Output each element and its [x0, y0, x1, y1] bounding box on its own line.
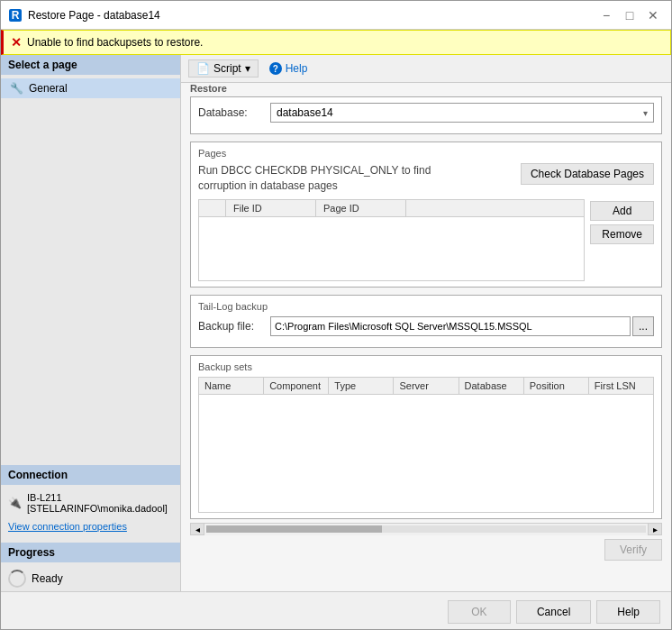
scroll-thumb	[206, 525, 382, 533]
right-panel: 📄 Script ▾ ? Help Restore Database:	[181, 55, 671, 591]
backup-file-label: Backup file:	[198, 320, 270, 333]
backup-file-input[interactable]	[270, 316, 631, 336]
remove-button[interactable]: Remove	[590, 224, 654, 244]
dropdown-arrow-icon: ▾	[643, 108, 648, 118]
help-icon: ?	[269, 62, 282, 75]
verify-row: Verify	[190, 535, 662, 562]
bottom-bar: OK Cancel Help	[1, 591, 671, 630]
verify-button[interactable]: Verify	[604, 539, 662, 561]
connection-server: IB-L211	[27, 492, 168, 503]
window-controls: − □ ✕	[595, 6, 664, 24]
database-value: database14	[277, 106, 333, 119]
backup-file-row: Backup file: ...	[198, 316, 654, 336]
pages-section: Pages Run DBCC CHECKDB PHYSICAL_ONLY to …	[190, 142, 662, 288]
svg-text:R: R	[12, 9, 20, 22]
add-button[interactable]: Add	[590, 201, 654, 221]
window-title: Restore Page - database14	[28, 9, 160, 22]
database-field-row: Database: database14 ▾	[198, 103, 654, 123]
tail-log-section: Tail-Log backup Backup file: ...	[190, 295, 662, 348]
connection-icon: 🔌	[8, 497, 22, 509]
input-browse: ...	[270, 316, 654, 336]
pages-table-body	[199, 217, 584, 280]
script-label: Script	[213, 62, 241, 75]
bth-type: Type	[329, 378, 394, 394]
help-button[interactable]: ? Help	[266, 60, 312, 77]
browse-button[interactable]: ...	[632, 316, 654, 336]
backup-sets-header: Name Component Type Server Database Posi…	[199, 378, 653, 395]
right-toolbar: 📄 Script ▾ ? Help	[181, 55, 671, 83]
script-button[interactable]: 📄 Script ▾	[188, 59, 259, 78]
database-control: database14 ▾	[270, 103, 654, 123]
connection-user: [STELLARINFO\monika.dadool]	[27, 503, 168, 514]
bth-name: Name	[199, 378, 264, 394]
nav-item-general[interactable]: 🔧 General	[1, 78, 180, 98]
spinner-icon	[8, 570, 26, 588]
progress-item: Ready	[1, 566, 180, 591]
nav-item-label: General	[29, 82, 68, 95]
help-bottom-button[interactable]: Help	[596, 600, 660, 624]
select-page-header: Select a page	[1, 55, 180, 75]
backup-file-control: ...	[270, 316, 654, 336]
scroll-left-button[interactable]: ◂	[190, 523, 204, 535]
bth-database: Database	[459, 378, 524, 394]
backup-sets-table: Name Component Type Server Database Posi…	[198, 377, 654, 513]
col-empty	[199, 200, 226, 216]
close-button[interactable]: ✕	[642, 6, 664, 24]
view-connection-properties-link[interactable]: View connection properties	[1, 517, 180, 535]
maximize-button[interactable]: □	[619, 6, 640, 24]
pages-description: Run DBCC CHECKDB PHYSICAL_ONLY to find c…	[198, 163, 513, 194]
pages-table: File ID Page ID	[198, 199, 585, 281]
error-bar: ✕ Unable to find backupsets to restore.	[1, 30, 671, 55]
tail-log-label: Tail-Log backup	[198, 301, 654, 312]
script-icon: 📄	[196, 62, 210, 75]
pages-desc-text: Run DBCC CHECKDB PHYSICAL_ONLY to find c…	[198, 164, 431, 192]
error-icon: ✕	[11, 35, 22, 50]
error-message: Unable to find backupsets to restore.	[27, 36, 203, 49]
database-dropdown[interactable]: database14 ▾	[270, 103, 654, 123]
title-bar: R Restore Page - database14 − □ ✕	[1, 1, 671, 30]
horizontal-scrollbar[interactable]: ◂ ▸	[190, 523, 662, 535]
check-database-pages-button[interactable]: Check Database Pages	[521, 163, 654, 185]
pages-table-header: File ID Page ID	[199, 200, 584, 217]
progress-status: Ready	[32, 572, 63, 585]
help-label: Help	[286, 62, 308, 75]
bth-position: Position	[524, 378, 589, 394]
backup-sets-label: Backup sets	[198, 361, 654, 372]
table-side-buttons: Add Remove	[590, 199, 654, 281]
connection-header: Connection	[1, 465, 180, 485]
bth-firstlsn: First LSN	[589, 378, 653, 394]
left-panel: Select a page 🔧 General Connection 🔌 IB-…	[1, 55, 181, 591]
database-label: Database:	[198, 106, 270, 119]
restore-section: Restore Database: database14 ▾	[190, 83, 662, 134]
progress-header: Progress	[1, 543, 180, 562]
bth-server: Server	[394, 378, 459, 394]
scroll-track[interactable]	[206, 525, 646, 533]
restore-label: Restore	[190, 83, 662, 94]
ok-button[interactable]: OK	[448, 600, 511, 624]
pages-desc-row: Run DBCC CHECKDB PHYSICAL_ONLY to find c…	[198, 163, 654, 194]
script-arrow: ▾	[245, 62, 250, 75]
app-icon: R	[8, 8, 23, 23]
main-layout: Select a page 🔧 General Connection 🔌 IB-…	[1, 55, 671, 591]
wrench-icon: 🔧	[10, 82, 23, 95]
bth-component: Component	[264, 378, 329, 394]
pages-table-area: File ID Page ID Add Remove	[198, 199, 654, 281]
minimize-button[interactable]: −	[595, 6, 617, 24]
backup-sets-section: Backup sets Name Component Type Server D…	[190, 355, 662, 519]
pages-label: Pages	[198, 148, 654, 159]
col-page-id: Page ID	[316, 200, 406, 216]
scroll-right-button[interactable]: ▸	[648, 523, 662, 535]
col-file-id: File ID	[226, 200, 316, 216]
backup-sets-body	[199, 395, 653, 512]
cancel-button[interactable]: Cancel	[516, 600, 591, 624]
content-area: Restore Database: database14 ▾	[181, 83, 671, 591]
